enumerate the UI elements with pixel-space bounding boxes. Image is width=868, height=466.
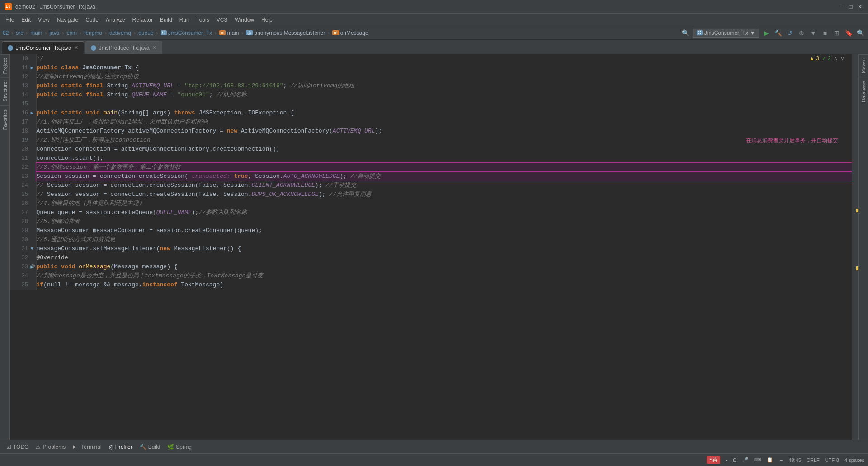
tab-jmsconsumer[interactable]: JmsConsumer_Tx.java ✕ — [2, 41, 84, 54]
code-content[interactable]: Session session = connection.createSessi… — [36, 172, 852, 181]
bottom-toolbar: ☑ TODO ⚠ Problems ▶_ Terminal ◎ Profiler… — [0, 440, 868, 453]
title-bar-controls[interactable]: ─ □ ✕ — [838, 3, 863, 10]
menu-help[interactable]: Help — [258, 15, 276, 25]
nav-back-button[interactable]: 🔍 — [681, 28, 691, 38]
layout-button[interactable]: ⊞ — [832, 28, 842, 38]
menu-build[interactable]: Build — [156, 15, 176, 25]
menu-run[interactable]: Run — [176, 15, 193, 25]
nav-sep-10: › — [328, 30, 330, 36]
bc-class[interactable]: C JmsConsumer_Tx — [161, 30, 212, 36]
close-button[interactable]: ✕ — [856, 3, 863, 10]
bc-main[interactable]: main — [30, 30, 42, 36]
scroll-indicator[interactable] — [852, 54, 858, 440]
menu-vcs[interactable]: VCS — [213, 15, 231, 25]
code-content[interactable]: MessageConsumer messageConsumer = sessio… — [36, 226, 852, 235]
menu-navigate[interactable]: Navigate — [53, 15, 82, 25]
code-content[interactable]: ActiveMQConnectionFactory activeMQConnec… — [36, 127, 852, 136]
run-config-selector[interactable]: C JmsConsumer_Tx ▼ — [693, 29, 760, 38]
code-content[interactable]: if(null != message && message.instanceof… — [36, 281, 852, 290]
tab-profiler[interactable]: ◎ Profiler — [106, 442, 135, 452]
tab-todo[interactable]: ☑ TODO — [4, 442, 31, 452]
code-content[interactable]: public void onMessage(Message message) { — [36, 262, 852, 271]
code-content[interactable]: //4.创建目的地（具体是队列还是主题） — [36, 199, 852, 208]
gutter — [28, 235, 36, 244]
status-encoding[interactable]: UTF-8 — [825, 457, 839, 463]
menu-edit[interactable]: Edit — [18, 15, 34, 25]
tab-spring[interactable]: 🌿 Spring — [165, 442, 194, 452]
nav-sep-2: › — [45, 30, 47, 36]
tab-close-produce[interactable]: ✕ — [152, 45, 156, 51]
run-button[interactable]: ▶ — [761, 28, 771, 38]
code-content[interactable]: @Override — [36, 253, 852, 262]
status-line-ending[interactable]: CRLF — [807, 457, 820, 463]
maximize-button[interactable]: □ — [847, 3, 854, 10]
build-icon: 🔨 — [140, 444, 146, 450]
line-num: 34 — [10, 271, 28, 281]
bc-src[interactable]: src — [16, 30, 23, 36]
search-button[interactable]: 🔍 — [855, 28, 865, 38]
gutter — [28, 54, 36, 63]
reload-button[interactable]: ↺ — [785, 28, 795, 38]
bc-onmessage[interactable]: m onMessage — [332, 30, 368, 36]
scroll-down-btn[interactable]: ∨ — [840, 55, 844, 62]
build-button[interactable]: 🔨 — [773, 28, 783, 38]
code-content[interactable]: public static final String QUEUE_NAME = … — [36, 90, 852, 100]
panel-maven[interactable]: Maven — [859, 54, 868, 77]
scroll-up-btn[interactable]: ∧ — [834, 55, 838, 62]
code-content[interactable]: Queue queue = session.createQueue(QUEUE_… — [36, 208, 852, 217]
menu-refactor[interactable]: Refactor — [129, 15, 156, 25]
panel-structure[interactable]: Structure — [0, 77, 9, 105]
table-row: 12 //定制activemq的地址,注意tcp协议 — [10, 72, 852, 81]
bc-queue[interactable]: queue — [138, 30, 153, 36]
code-content[interactable]: public static final String ACTIVEMQ_URL … — [36, 81, 852, 90]
coverage-button[interactable]: ⊕ — [797, 28, 807, 38]
code-content[interactable]: public static void main(String[] args) t… — [36, 109, 852, 118]
code-content[interactable]: Connection connection = activeMQConnecti… — [36, 145, 852, 154]
code-content[interactable]: connection.start(); — [36, 154, 852, 163]
panel-database[interactable]: Database — [859, 77, 868, 106]
code-content[interactable]: // Session session = connection.createSe… — [36, 181, 852, 190]
code-content[interactable]: // Session session = connection.createSe… — [36, 190, 852, 199]
code-content[interactable] — [36, 100, 852, 109]
tab-jmsproduce[interactable]: JmsProduce_Tx.java ✕ — [85, 41, 162, 54]
table-row: 15 — [10, 100, 852, 109]
bc-java[interactable]: java — [49, 30, 59, 36]
stop-button[interactable]: ■ — [820, 28, 830, 38]
tab-terminal[interactable]: ▶_ Terminal — [70, 442, 104, 452]
menu-code[interactable]: Code — [82, 15, 102, 25]
panel-project[interactable]: Project — [0, 54, 9, 77]
menu-window[interactable]: Window — [231, 15, 258, 25]
code-content[interactable]: public class JmsConsumer_Tx { — [36, 63, 852, 72]
menu-analyze[interactable]: Analyze — [102, 15, 129, 25]
status-cloud: ☁ — [778, 457, 783, 463]
code-content[interactable]: //3.创建session，第一个参数事务，第二个参数签收 — [36, 163, 852, 172]
tab-problems[interactable]: ⚠ Problems — [33, 442, 68, 452]
line-num: 10 — [10, 54, 28, 63]
code-content[interactable]: //1.创建连接工厂，按照给定的url地址，采用默认用户名和密码 — [36, 118, 852, 127]
menu-file[interactable]: File — [2, 15, 18, 25]
panel-favorites[interactable]: Favorites — [0, 105, 9, 133]
tab-build[interactable]: 🔨 Build — [137, 442, 163, 452]
status-ime[interactable]: S英 — [707, 456, 720, 464]
bc-method-main[interactable]: m main — [219, 30, 239, 36]
status-indent[interactable]: 4 spaces — [844, 457, 864, 463]
code-content[interactable]: //6.通监听的方式来消费消息 — [36, 235, 852, 244]
tab-close-consumer[interactable]: ✕ — [74, 45, 78, 51]
code-content[interactable]: //定制activemq的地址,注意tcp协议 — [36, 72, 852, 81]
code-content[interactable]: //判断message是否为空，并且是否属于textmessage的子类，Tex… — [36, 271, 852, 281]
menu-view[interactable]: View — [34, 15, 53, 25]
bookmark-button[interactable]: 🔖 — [844, 28, 854, 38]
bc-fengmo[interactable]: fengmo — [84, 30, 102, 36]
code-content[interactable]: //2.通过连接工厂，获得连接connection 在消息消费者类开启事务，并自… — [36, 136, 852, 145]
dropdown-button[interactable]: ▼ — [808, 28, 818, 38]
bc-activemq[interactable]: activemq — [109, 30, 131, 36]
nav-sep-3: › — [62, 30, 64, 36]
minimize-button[interactable]: ─ — [838, 3, 845, 10]
bc-com[interactable]: com — [66, 30, 77, 36]
bc-anonymous[interactable]: ◎ anonymous MessageListener — [246, 30, 325, 36]
code-content[interactable]: */ — [36, 54, 852, 63]
gutter — [28, 226, 36, 235]
menu-tools[interactable]: Tools — [193, 15, 213, 25]
code-content[interactable]: messageConsumer.setMessageListener(new M… — [36, 244, 852, 253]
code-content[interactable]: //5.创建消费者 — [36, 217, 852, 226]
